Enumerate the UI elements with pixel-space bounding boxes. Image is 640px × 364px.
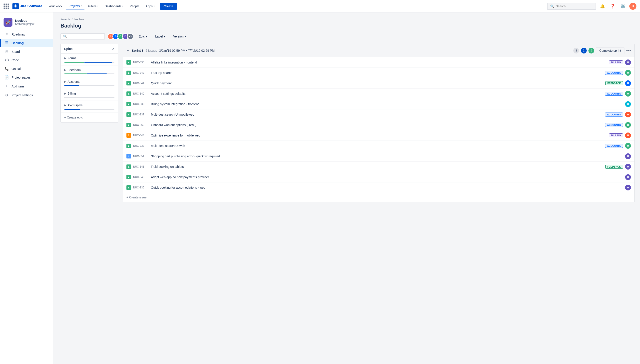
issue-type-icon: ▲ bbox=[126, 144, 131, 148]
nav-projects[interactable]: Projects ▾ bbox=[66, 2, 84, 10]
topnav: Jira Software Your work Projects ▾ Filte… bbox=[0, 0, 640, 12]
sidebar-item-settings[interactable]: ⚙ Project settings bbox=[0, 91, 53, 100]
search-box[interactable]: 🔍 bbox=[547, 3, 596, 10]
epic-forms-header[interactable]: ▶ Forms bbox=[64, 56, 114, 60]
sidebar-item-pages[interactable]: 📄 Project pages bbox=[0, 73, 53, 82]
sidebar-item-roadmap[interactable]: ≡ Roadmap bbox=[0, 30, 53, 38]
topnav-right: 🔍 🔔 ❓ ⚙️ U bbox=[547, 2, 636, 10]
issue-row-nuc343[interactable]: ▲ NUC-343 Fluid booking on tablets FEEDB… bbox=[123, 162, 634, 172]
topnav-nav: Your work Projects ▾ Filters ▾ Dashboard… bbox=[46, 2, 177, 10]
issue-row-nuc342[interactable]: ▲ NUC-342 Fast trip search ACCOUNTS U bbox=[123, 68, 634, 78]
help-button[interactable]: ❓ bbox=[609, 2, 616, 10]
nav-dashboards[interactable]: Dashboards ▾ bbox=[102, 3, 126, 10]
sidebar-item-add[interactable]: ＋ Add item bbox=[0, 82, 53, 91]
epic-accounts-header[interactable]: ▶ Accounts bbox=[64, 80, 114, 84]
grid-icon[interactable] bbox=[4, 4, 9, 9]
issue-type-icon: ▲ bbox=[126, 81, 131, 86]
epic-aws-header[interactable]: ▶ AWS spike bbox=[64, 104, 114, 107]
oncall-icon: 📞 bbox=[5, 66, 9, 71]
issue-row-nuc354[interactable]: + NUC-354 Shopping cart purchasing error… bbox=[123, 151, 634, 162]
settings-button[interactable]: ⚙️ bbox=[619, 2, 627, 10]
epic-forms-name: Forms bbox=[68, 56, 76, 60]
issue-row-nuc338[interactable]: ▲ NUC-338 Multi-dest search UI web ACCOU… bbox=[123, 141, 634, 151]
issue-summary: Onboard workout options (OWO) bbox=[151, 123, 603, 127]
roadmap-icon: ≡ bbox=[5, 32, 9, 36]
issue-type-icon: ▲ bbox=[126, 112, 131, 117]
sidebar-item-backlog[interactable]: ☰ Backlog bbox=[0, 38, 53, 47]
issue-avatar: U bbox=[625, 153, 631, 159]
issue-type-icon: ▲ bbox=[126, 92, 131, 96]
pages-icon: 📄 bbox=[5, 75, 9, 80]
status-inprogress: 2 bbox=[581, 48, 587, 54]
version-filter[interactable]: Version ▾ bbox=[170, 33, 189, 40]
issue-row-nuc346[interactable]: ▲ NUC-346 Adapt web app no new payments … bbox=[123, 172, 634, 182]
issue-label: FEEDBACK bbox=[605, 165, 623, 169]
issue-key: NUC-354 bbox=[133, 155, 149, 158]
create-issue-button[interactable]: + Create issue bbox=[123, 193, 634, 202]
nav-apps[interactable]: Apps ▾ bbox=[143, 3, 157, 10]
issue-avatar: U bbox=[625, 91, 631, 96]
issue-summary: Multi-dest search UI web bbox=[151, 144, 603, 148]
filter-input-wrap[interactable]: 🔍 bbox=[60, 33, 105, 40]
issue-avatar: U bbox=[625, 60, 631, 65]
breadcrumb-projects[interactable]: Projects bbox=[60, 18, 70, 21]
complete-sprint-button[interactable]: Complete sprint bbox=[596, 47, 624, 54]
breadcrumb-nucleus[interactable]: Nucleus bbox=[74, 18, 84, 21]
create-epic-button[interactable]: + Create epic bbox=[61, 112, 118, 122]
issue-summary: Quick payment bbox=[151, 82, 603, 85]
epic-feedback-progress bbox=[64, 74, 114, 74]
label-filter[interactable]: Label ▾ bbox=[152, 33, 168, 40]
issue-row-nuc341[interactable]: ▲ NUC-341 Quick payment FEEDBACK U bbox=[123, 78, 634, 88]
status-done: 0 bbox=[588, 48, 594, 54]
issue-row-nuc340[interactable]: ▲ NUC-340 Account settings defaults ACCO… bbox=[123, 88, 634, 99]
notifications-button[interactable]: 🔔 bbox=[599, 2, 606, 10]
backlog-icon: ☰ bbox=[5, 41, 9, 45]
issue-summary: Shopping cart purchasing error - quick f… bbox=[151, 154, 623, 158]
sidebar-item-code[interactable]: </> Code bbox=[0, 56, 53, 64]
issue-row-nuc344[interactable]: ! NUC-344 Optimize experience for mobile… bbox=[123, 130, 634, 141]
logo[interactable]: Jira Software bbox=[13, 3, 42, 9]
issue-summary: Fast trip search bbox=[151, 71, 603, 74]
epic-accounts-name: Accounts bbox=[68, 80, 80, 84]
epic-aws: ▶ AWS spike bbox=[61, 101, 118, 112]
issue-type-icon: ▲ bbox=[126, 185, 131, 190]
sidebar-item-board[interactable]: ⊞ Board bbox=[0, 47, 53, 56]
search-input[interactable] bbox=[556, 4, 593, 8]
issue-avatar: U bbox=[625, 143, 631, 149]
issue-type-icon: + bbox=[126, 154, 131, 158]
project-icon[interactable]: 🚀 bbox=[4, 18, 13, 27]
epic-feedback-header[interactable]: ▶ Feedback bbox=[64, 68, 114, 72]
issue-summary: Quick booking for accomodations - web bbox=[151, 186, 623, 189]
issue-row-nuc339[interactable]: ▲ NUC-339 Billing system integration - f… bbox=[123, 99, 634, 110]
issue-avatar: U bbox=[625, 132, 631, 138]
filter-input[interactable] bbox=[68, 34, 102, 38]
avatar-count[interactable]: +3 bbox=[127, 33, 133, 40]
issue-summary: Billing system integration - frontend bbox=[151, 102, 623, 106]
nav-filters[interactable]: Filters ▾ bbox=[85, 3, 101, 10]
issue-row-nuc360[interactable]: ▲ NUC-360 Onboard workout options (OWO) … bbox=[123, 120, 634, 130]
issue-label: ACCOUNTS bbox=[605, 112, 623, 116]
issue-row-nuc337[interactable]: ▲ NUC-337 Multi-dest search UI mobileweb… bbox=[123, 110, 634, 120]
sprint-toggle[interactable]: ▼ bbox=[126, 49, 130, 52]
create-button[interactable]: Create bbox=[160, 3, 177, 10]
issue-row-nuc336[interactable]: ▲ NUC-336 Quick booking for accomodation… bbox=[123, 182, 634, 193]
epic-billing-header[interactable]: ▶ Billing bbox=[64, 92, 114, 95]
epic-filter[interactable]: Epic ▾ bbox=[136, 33, 150, 40]
nav-your-work[interactable]: Your work bbox=[46, 3, 65, 10]
epic-aws-progress bbox=[64, 109, 114, 110]
issue-summary: Optimize experience for mobile web bbox=[151, 134, 607, 137]
create-epic-label: + Create epic bbox=[64, 116, 83, 119]
settings-icon: ⚙ bbox=[5, 93, 9, 97]
sidebar-item-oncall[interactable]: 📞 On-call bbox=[0, 64, 53, 73]
issue-summary: Adapt web app no new payments provider bbox=[151, 175, 623, 179]
issue-row-nuc335[interactable]: ▲ NUC-335 Affelite links integration - f… bbox=[123, 57, 634, 68]
sprint-more-button[interactable]: ••• bbox=[626, 48, 631, 53]
issue-avatar: U bbox=[625, 164, 631, 170]
avatar-group: A B C D +3 bbox=[108, 33, 133, 40]
epics-close-button[interactable]: × bbox=[112, 47, 114, 51]
issue-avatar: U bbox=[625, 174, 631, 180]
nav-people[interactable]: People bbox=[127, 3, 142, 10]
user-avatar[interactable]: U bbox=[629, 3, 636, 10]
issue-summary: Multi-dest search UI mobileweb bbox=[151, 113, 603, 116]
epic-expand-icon: ▶ bbox=[64, 104, 66, 107]
